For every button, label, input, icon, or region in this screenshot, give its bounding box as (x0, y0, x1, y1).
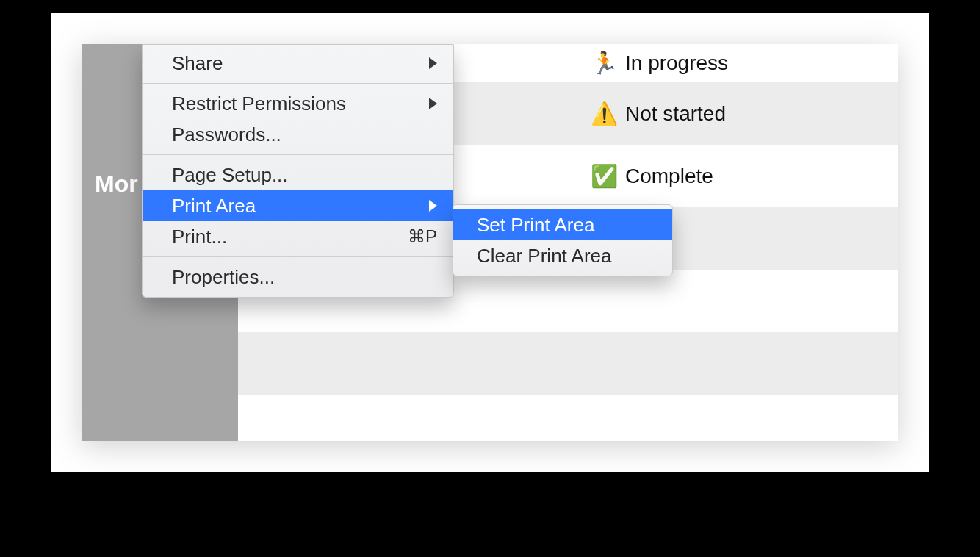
print-area-submenu: Set Print Area Clear Print Area (453, 204, 673, 276)
menu-item-properties[interactable]: Properties... (143, 262, 453, 292)
menu-separator (143, 154, 453, 155)
screenshot-stage: Mor 🏃 In progress age ⚠️ (51, 13, 929, 472)
spreadsheet: Mor 🏃 In progress age ⚠️ (82, 44, 898, 441)
menu-item-print[interactable]: Print... ⌘P (143, 221, 453, 252)
status-text: Complete (625, 165, 713, 188)
row-header-label: Mor (95, 170, 138, 198)
status-icon-not-started: ⚠️ (591, 103, 618, 125)
menu-item-page-setup[interactable]: Page Setup... (143, 159, 453, 190)
menu-separator (143, 256, 453, 257)
chevron-right-icon (429, 98, 437, 109)
chevron-right-icon (429, 57, 437, 69)
menu-separator (143, 83, 453, 84)
status-text: Not started (625, 102, 726, 126)
menu-item-print-area[interactable]: Print Area (143, 190, 453, 221)
chevron-right-icon (429, 200, 437, 212)
submenu-item-set-print-area[interactable]: Set Print Area (453, 209, 672, 240)
shortcut-label: ⌘P (408, 221, 437, 252)
status-icon-complete: ✅ (591, 165, 618, 187)
status-text: In progress (625, 51, 728, 75)
submenu-item-clear-print-area[interactable]: Clear Print Area (453, 240, 672, 271)
context-menu: Share Restrict Permissions Passwords... … (142, 44, 454, 298)
table-row (238, 332, 898, 395)
cell-status[interactable]: ✅ Complete (582, 165, 815, 188)
status-icon-in-progress: 🏃 (591, 52, 618, 74)
menu-item-restrict-permissions[interactable]: Restrict Permissions (143, 88, 453, 119)
menu-item-passwords[interactable]: Passwords... (143, 119, 453, 150)
cell-status[interactable]: ⚠️ Not started (582, 102, 815, 126)
screenshot-card: Mor 🏃 In progress age ⚠️ (51, 13, 929, 472)
cell-status[interactable]: 🏃 In progress (582, 51, 815, 75)
menu-item-share[interactable]: Share (143, 48, 453, 79)
sheet-shadow-wrap: Mor 🏃 In progress age ⚠️ (82, 44, 898, 472)
